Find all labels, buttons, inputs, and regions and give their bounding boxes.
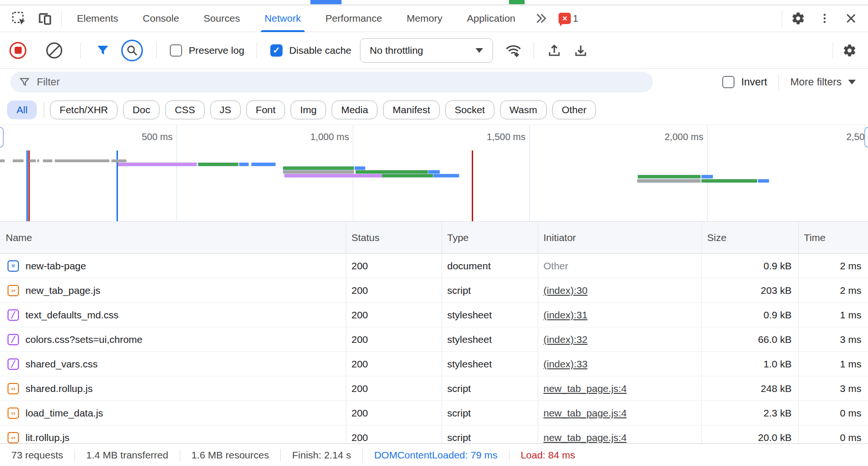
dcl-event-marker bbox=[26, 150, 28, 221]
timeline-gridline bbox=[176, 125, 177, 221]
error-badge-icon: ✕ bbox=[559, 13, 571, 24]
kebab-menu-icon[interactable] bbox=[811, 7, 838, 30]
cell-size: 20.0 kB bbox=[701, 425, 798, 443]
export-har-icon[interactable] bbox=[574, 43, 588, 58]
table-row[interactable]: ╱colors.css?sets=ui,chrome200stylesheet(… bbox=[0, 327, 868, 352]
throttling-select[interactable]: No throttling bbox=[360, 38, 493, 63]
chip-other[interactable]: Other bbox=[552, 100, 596, 119]
initiator-link[interactable]: new_tab_page.js:4 bbox=[543, 383, 626, 394]
cell-time: 2 ms bbox=[798, 278, 868, 302]
initiator-link[interactable]: (index):30 bbox=[543, 285, 587, 296]
stylesheet-icon: ╱ bbox=[8, 334, 19, 345]
table-row[interactable]: ‹›new_tab_page.js200script(index):30203 … bbox=[0, 278, 868, 303]
inspect-element-icon[interactable] bbox=[6, 7, 32, 30]
initiator-link[interactable]: new_tab_page.js:4 bbox=[543, 432, 626, 443]
table-row[interactable]: ‹›load_time_data.js200scriptnew_tab_page… bbox=[0, 401, 868, 425]
chip-wasm[interactable]: Wasm bbox=[500, 100, 547, 119]
initiator-link[interactable]: (index):33 bbox=[543, 358, 587, 370]
table-row[interactable]: ‹›lit.rollup.js200scriptnew_tab_page.js:… bbox=[0, 425, 868, 443]
chip-media[interactable]: Media bbox=[332, 100, 377, 119]
column-header-initiator[interactable]: Initiator bbox=[538, 222, 701, 253]
summary-finish: Finish: 2.14 s bbox=[280, 449, 362, 461]
tab-sources[interactable]: Sources bbox=[192, 5, 252, 32]
cell-size: 0.9 kB bbox=[701, 303, 798, 327]
column-header-type[interactable]: Type bbox=[442, 222, 538, 253]
cell-name: ╱shared_vars.css bbox=[0, 352, 346, 376]
import-har-icon[interactable] bbox=[547, 43, 561, 58]
chip-fetch-xhr[interactable]: Fetch/XHR bbox=[50, 100, 117, 119]
chip-font[interactable]: Font bbox=[246, 100, 285, 119]
request-name: shared_vars.css bbox=[25, 358, 98, 370]
tab-console[interactable]: Console bbox=[131, 5, 192, 32]
chip-socket[interactable]: Socket bbox=[445, 100, 494, 119]
preserve-log-checkbox[interactable] bbox=[170, 44, 182, 57]
filter-input[interactable]: Filter bbox=[10, 72, 653, 92]
waterfall-bar-gray-dash bbox=[29, 159, 36, 162]
waterfall-bar-blue bbox=[758, 179, 769, 183]
invert-checkbox[interactable] bbox=[722, 76, 734, 88]
more-tabs-icon[interactable] bbox=[527, 7, 554, 30]
disable-cache-checkbox[interactable]: ✓ bbox=[270, 44, 283, 57]
more-filters-button[interactable]: More filters bbox=[790, 76, 856, 88]
chip-all[interactable]: All bbox=[7, 100, 37, 119]
table-row[interactable]: ╱shared_vars.css200stylesheet(index):331… bbox=[0, 352, 868, 376]
table-row[interactable]: ╱text_defaults_md.css200stylesheet(index… bbox=[0, 303, 868, 327]
close-devtools-icon[interactable] bbox=[838, 7, 864, 30]
record-network-log-icon[interactable] bbox=[9, 42, 26, 59]
issues-error-badge[interactable]: ✕ 1 bbox=[559, 13, 578, 24]
search-network-icon[interactable] bbox=[121, 40, 143, 61]
table-row[interactable]: ‹›shared.rollup.js200scriptnew_tab_page.… bbox=[0, 376, 868, 401]
initiator-link[interactable]: new_tab_page.js:4 bbox=[543, 408, 626, 419]
disable-cache-toggle[interactable]: ✓ Disable cache bbox=[270, 44, 351, 57]
cell-initiator: new_tab_page.js:4 bbox=[538, 376, 701, 400]
cell-type: document bbox=[442, 254, 538, 278]
column-header-status[interactable]: Status bbox=[346, 222, 442, 253]
initiator-link[interactable]: (index):31 bbox=[543, 309, 587, 321]
settings-gear-icon[interactable] bbox=[785, 7, 811, 30]
table-row[interactable]: ≡new-tab-page200documentOther0.9 kB2 ms bbox=[0, 254, 868, 278]
summary-: 73 requests bbox=[0, 449, 75, 461]
cell-type: script bbox=[442, 425, 538, 443]
tab-performance[interactable]: Performance bbox=[313, 5, 394, 32]
tabbar-divider-right bbox=[782, 10, 782, 26]
summary-domcontentloaded: DOMContentLoaded: 79 ms bbox=[362, 449, 509, 461]
invert-toggle[interactable]: Invert bbox=[722, 76, 767, 88]
cell-name: ‹›shared.rollup.js bbox=[0, 376, 346, 400]
network-overview-timeline[interactable]: 500 ms1,000 ms1,500 ms2,000 ms2,500 bbox=[0, 125, 868, 222]
column-header-size[interactable]: Size bbox=[701, 222, 798, 253]
cell-initiator: Other bbox=[538, 254, 701, 278]
chip-css[interactable]: CSS bbox=[165, 100, 204, 119]
overview-left-handle[interactable] bbox=[0, 127, 4, 148]
tab-application[interactable]: Application bbox=[455, 5, 528, 32]
network-conditions-icon[interactable] bbox=[505, 42, 522, 58]
tab-memory[interactable]: Memory bbox=[394, 5, 455, 32]
network-settings-gear-icon[interactable] bbox=[843, 43, 857, 58]
cell-time: 0 ms bbox=[798, 425, 868, 443]
waterfall-bar-gray bbox=[283, 170, 354, 174]
network-summary-bar: 73 requests1.4 MB transferred1.6 MB reso… bbox=[0, 443, 868, 466]
cell-initiator: new_tab_page.js:4 bbox=[538, 401, 701, 425]
chip-manifest[interactable]: Manifest bbox=[383, 100, 439, 119]
chip-img[interactable]: Img bbox=[291, 100, 326, 119]
timeline-gridline bbox=[529, 125, 530, 221]
preserve-log-toggle[interactable]: Preserve log bbox=[170, 44, 244, 57]
column-header-time[interactable]: Time bbox=[798, 222, 868, 253]
device-toolbar-icon[interactable] bbox=[32, 7, 58, 30]
tab-elements[interactable]: Elements bbox=[65, 5, 131, 32]
initiator-link[interactable]: (index):32 bbox=[543, 334, 587, 345]
cell-status: 200 bbox=[346, 425, 442, 443]
tab-network[interactable]: Network bbox=[252, 5, 313, 32]
waterfall-bar-violet bbox=[284, 174, 382, 177]
column-header-name[interactable]: Name bbox=[0, 222, 346, 253]
filter-toggle-icon[interactable] bbox=[96, 43, 110, 58]
cell-name: ‹›lit.rollup.js bbox=[0, 425, 346, 443]
chip-js[interactable]: JS bbox=[210, 100, 241, 119]
waterfall-bar-gray-dash bbox=[43, 159, 52, 162]
overview-right-handle[interactable] bbox=[864, 127, 868, 148]
timeline-label: 1,500 ms bbox=[487, 132, 526, 142]
chip-doc[interactable]: Doc bbox=[123, 100, 159, 119]
more-filters-label: More filters bbox=[790, 76, 842, 88]
summary-load: Load: 84 ms bbox=[509, 449, 587, 461]
clear-network-log-icon[interactable] bbox=[46, 42, 62, 58]
waterfall-bar-green bbox=[382, 174, 433, 177]
